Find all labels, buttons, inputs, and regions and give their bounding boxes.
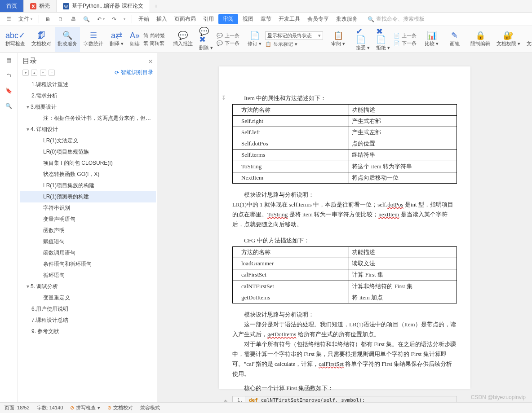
ribbon-insert-annot[interactable]: 💬插入批注 xyxy=(170,27,195,52)
menu-member[interactable]: 会员专享 xyxy=(305,13,332,25)
table-row: loadGrammer读取文法 xyxy=(233,258,457,269)
toc-item[interactable]: 循环语句 xyxy=(20,270,156,281)
menu-review[interactable]: 审阅 xyxy=(218,14,238,24)
ribbon-jian-to-fan[interactable]: 简 简转繁 xyxy=(143,32,165,39)
print-icon[interactable]: 🖶 xyxy=(68,14,79,24)
show-markup-dropdown[interactable]: 📋 显示标记 ▾ xyxy=(265,41,323,48)
menu-start[interactable]: 开始 xyxy=(136,13,152,25)
ribbon-change-next[interactable]: 📄 下一条 xyxy=(394,40,417,47)
toc-item[interactable]: 9. 参考文献 xyxy=(20,326,156,337)
toc-close-button[interactable]: ✕ xyxy=(148,58,153,65)
toc-item[interactable]: 6.用户使用说明 xyxy=(20,303,156,315)
status-page[interactable]: 页面: 18/52 xyxy=(4,404,30,411)
ribbon-restrict[interactable]: 🔒限制编辑 xyxy=(468,27,493,52)
ribbon-annot-next[interactable]: 💬 下一条 xyxy=(217,40,239,47)
ribbon-compare[interactable]: 📊比较 ▾ xyxy=(422,27,441,52)
ribbon-accept[interactable]: ✔📄接受 ▾ xyxy=(353,27,372,52)
ribbon-proofread[interactable]: 🗐文档校对 xyxy=(29,27,54,52)
menu-pagelayout[interactable]: 页面布局 xyxy=(172,13,199,25)
hamburger-icon[interactable]: ☰ xyxy=(4,14,14,24)
table-row: calFirstSet计算 First 集 xyxy=(233,269,457,281)
undo-button[interactable]: ↶▾ xyxy=(94,14,107,24)
chevron-down-icon[interactable]: ▾ xyxy=(25,283,31,290)
toc-item-label: 5. 调试分析 xyxy=(31,283,58,290)
file-menu[interactable]: 文件▾ xyxy=(16,13,35,25)
toc-item[interactable]: 注：根据任务设计书，这两点是分来的，但是如 ... xyxy=(20,113,156,124)
toc-item[interactable]: 函数调用语句 xyxy=(20,247,156,259)
status-words[interactable]: 字数: 14140 xyxy=(37,404,63,411)
move-handle-icon[interactable]: ✥ xyxy=(223,397,228,402)
menu-reference[interactable]: 引用 xyxy=(200,13,217,25)
status-spellcheck[interactable]: ⊘拼写检查 ▾ xyxy=(70,404,100,411)
menu-chapter[interactable]: 章节 xyxy=(258,13,274,25)
menu-devtools[interactable]: 开发工具 xyxy=(276,13,303,25)
table-header-cell: 方法的名称 xyxy=(233,247,349,258)
toc-item[interactable]: LR(1)项目集族的构建 xyxy=(20,180,156,191)
toc-item[interactable]: LR(0)项目集规范族 xyxy=(20,146,156,158)
markup-state-dropdown[interactable]: 显示标记的最终状态▾ xyxy=(265,31,323,40)
para-module2-body2: 对于单个所有符号（包括终结符和非终结符）都有 First 集。在之后的语法分析步… xyxy=(232,339,457,379)
chevron-down-icon[interactable]: ▾ xyxy=(25,104,31,110)
ribbon-annot-prev[interactable]: 💬 上一条 xyxy=(217,32,239,39)
ribbon-permission[interactable]: 🔐文档权限 ▾ xyxy=(494,27,523,52)
toc-collapse-all[interactable]: ▾ xyxy=(22,70,29,76)
command-search[interactable]: 🔍查找命令、搜索模板 xyxy=(368,15,425,23)
status-proofread[interactable]: ⊘文档校对 xyxy=(107,404,133,411)
toc-item[interactable]: 函数声明 xyxy=(20,225,156,236)
ribbon-wordcount[interactable]: ☰字数统计 xyxy=(81,27,106,52)
ribbon-revise[interactable]: 📄修订 ▾ xyxy=(245,27,264,52)
toc-item[interactable]: LR(1)文法定义 xyxy=(20,135,156,146)
rail-toc-icon[interactable]: ▤ xyxy=(4,56,13,65)
tab-daoké-label: 稻壳 xyxy=(39,2,50,10)
chevron-down-icon[interactable]: ▾ xyxy=(25,126,31,132)
toc-item[interactable]: LR(1)预测表的构建 xyxy=(20,191,156,202)
toc-expand[interactable]: + xyxy=(40,70,46,76)
toc-item[interactable]: 项目集 I 的闭包 CLOSURE(I) xyxy=(20,158,156,169)
toc-item[interactable]: 条件语句和循环语句 xyxy=(20,259,156,270)
toc-item[interactable]: ▾3.概要设计 xyxy=(20,101,156,113)
rail-bookmark-icon[interactable]: 🔖 xyxy=(4,86,13,95)
toc-item[interactable]: ▾4. 详细设计 xyxy=(20,124,156,135)
toc-item[interactable]: 变量声明语句 xyxy=(20,214,156,225)
menu-view[interactable]: 视图 xyxy=(240,13,256,25)
print-preview-icon[interactable]: 🗋 xyxy=(55,14,66,24)
ribbon-del-annot[interactable]: 💬✖删除 ▾ xyxy=(196,27,216,52)
tab-home[interactable]: 首页 xyxy=(0,0,24,12)
toc-item[interactable]: 变量重定义 xyxy=(20,292,156,303)
menu-insert[interactable]: 插入 xyxy=(154,13,170,25)
toc-item[interactable]: 1.课程设计重述 xyxy=(20,79,156,90)
toc-item[interactable]: 状态转换函数 GO(I，X) xyxy=(20,169,156,180)
toc-collapse[interactable]: − xyxy=(49,70,55,76)
ribbon-change-prev[interactable]: 📄 上一条 xyxy=(394,32,417,39)
toc-item-label: 6.用户使用说明 xyxy=(31,306,68,312)
redo-button[interactable]: ↷ xyxy=(109,14,119,24)
ribbon-translate[interactable]: a⇄翻译 ▾ xyxy=(107,27,126,52)
toc-item[interactable]: 赋值语句 xyxy=(20,236,156,247)
table-cell: getDotItems xyxy=(233,292,349,303)
tab-daoké[interactable]: 稻壳 xyxy=(24,0,57,12)
rail-search-icon[interactable]: 🔍 xyxy=(4,101,13,110)
toc-level-up[interactable]: ▴ xyxy=(31,70,37,76)
ribbon-spellcheck[interactable]: abc✓拼写检查 xyxy=(3,27,28,52)
ribbon-readaloud[interactable]: A»朗读 xyxy=(127,27,142,52)
ribbon-reject[interactable]: ✖📄拒绝 ▾ xyxy=(373,27,393,52)
menu-correction[interactable]: 批改服务 xyxy=(333,13,360,25)
toc-item[interactable]: 2.需求分析 xyxy=(20,90,156,101)
ribbon-review-pane[interactable]: 📋审阅 ▾ xyxy=(328,27,348,52)
ribbon-correction[interactable]: 🔍批改服务 xyxy=(55,27,80,52)
ribbon-cert[interactable]: 🛡文档认证 xyxy=(524,27,532,52)
preview-icon[interactable]: 🔍 xyxy=(80,14,93,24)
document-viewport[interactable]: ↧ Item 中的属性和方法描述如下： 方法的名称功能描述Self.right产… xyxy=(157,53,532,402)
table-cell: Self.terms xyxy=(233,149,349,161)
ribbon-fan-to-jian[interactable]: 繁 简转繁 xyxy=(143,40,165,47)
more-qat[interactable]: ▾ xyxy=(121,15,128,23)
toc-smart-recognize[interactable]: ⟳智能识别目录 xyxy=(115,69,153,76)
toc-item[interactable]: ▾5. 调试分析 xyxy=(20,281,156,292)
save-icon[interactable]: 🗎 xyxy=(43,14,53,24)
tab-document[interactable]: W 基于Python...编译器 课程论文 xyxy=(57,0,150,12)
tab-add-button[interactable]: + xyxy=(150,0,162,12)
toc-item[interactable]: 7.课程设计总结 xyxy=(20,315,156,326)
ribbon-pen[interactable]: ✎画笔 xyxy=(447,27,462,52)
toc-item[interactable]: 字符串识别 xyxy=(20,202,156,214)
rail-thumb-icon[interactable]: 🗀 xyxy=(4,71,13,80)
